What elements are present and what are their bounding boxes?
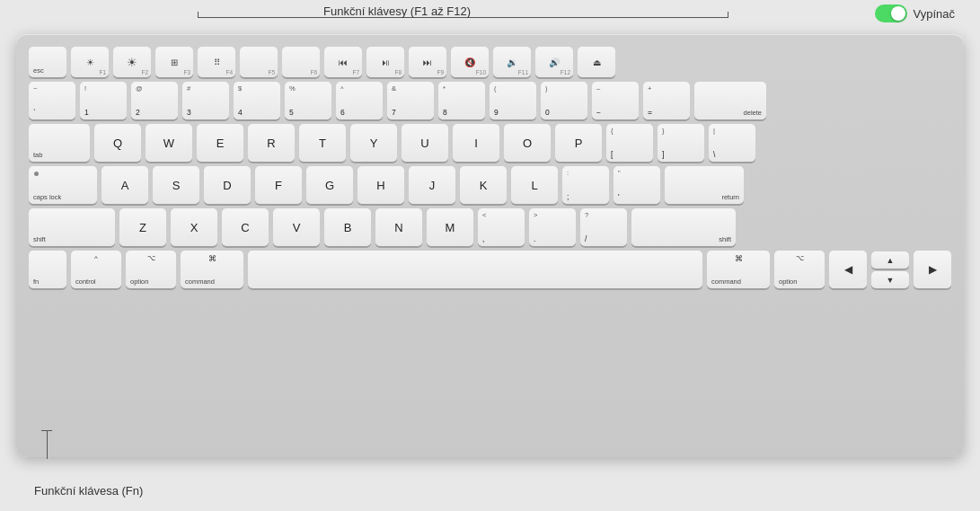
key-g[interactable]: G xyxy=(306,166,353,204)
key-option-left[interactable]: ⌥ option xyxy=(126,251,176,288)
key-u[interactable]: U xyxy=(402,124,448,162)
key-f4[interactable]: ⠿ F4 xyxy=(198,47,235,77)
keyboard: esc ☀ F1 ☀ F2 ⊞ F3 ⠿ F4 F5 F6 ⏮ F7 ⏯ xyxy=(16,34,964,457)
key-esc[interactable]: esc xyxy=(29,47,66,77)
key-p[interactable]: P xyxy=(555,124,602,162)
key-command-right[interactable]: ⌘ command xyxy=(707,251,770,288)
key-minus[interactable]: – − xyxy=(592,82,639,119)
key-period[interactable]: > . xyxy=(529,208,576,246)
key-7[interactable]: & 7 xyxy=(387,82,434,119)
key-space[interactable] xyxy=(248,251,702,288)
key-f10[interactable]: 🔇 F10 xyxy=(451,47,489,77)
key-h[interactable]: H xyxy=(358,166,404,204)
key-semicolon[interactable]: : ; xyxy=(562,166,609,204)
key-delete[interactable]: delete xyxy=(694,82,766,119)
key-backslash[interactable]: | \ xyxy=(709,124,755,162)
key-v[interactable]: V xyxy=(273,208,320,246)
key-arrow-right[interactable]: ▶ xyxy=(914,251,951,288)
key-5[interactable]: % 5 xyxy=(285,82,331,119)
key-option-right[interactable]: ⌥ option xyxy=(774,251,825,288)
key-eject[interactable]: ⏏ xyxy=(578,47,615,77)
key-d[interactable]: D xyxy=(204,166,251,204)
arrow-up-down-group: ▲ ▼ xyxy=(871,251,909,288)
key-2[interactable]: @ 2 xyxy=(131,82,178,119)
key-z[interactable]: Z xyxy=(119,208,166,246)
key-3[interactable]: # 3 xyxy=(182,82,229,119)
key-o[interactable]: O xyxy=(504,124,551,162)
key-x[interactable]: X xyxy=(171,208,217,246)
key-shift-left[interactable]: shift xyxy=(29,208,115,246)
key-fn[interactable]: fn xyxy=(29,251,66,288)
key-1[interactable]: ! 1 xyxy=(80,82,127,119)
key-m[interactable]: M xyxy=(427,208,473,246)
key-arrow-down[interactable]: ▼ xyxy=(871,271,909,288)
key-equals[interactable]: + = xyxy=(643,82,690,119)
power-toggle[interactable] xyxy=(875,4,907,22)
key-control[interactable]: ^ control xyxy=(71,251,121,288)
key-e[interactable]: E xyxy=(197,124,243,162)
key-4[interactable]: $ 4 xyxy=(234,82,280,119)
key-f12[interactable]: 🔊 F12 xyxy=(535,47,573,77)
key-q[interactable]: Q xyxy=(94,124,141,162)
fn-key-annotation: Funkční klávesa (Fn) xyxy=(34,482,143,498)
key-i[interactable]: I xyxy=(453,124,499,162)
key-k[interactable]: K xyxy=(460,166,507,204)
key-arrow-up[interactable]: ▲ xyxy=(871,251,909,269)
key-j[interactable]: J xyxy=(409,166,455,204)
key-tab[interactable]: tab xyxy=(29,124,90,162)
key-f6[interactable]: F6 xyxy=(282,47,320,77)
key-return[interactable]: return xyxy=(665,166,744,204)
key-f2[interactable]: ☀ F2 xyxy=(113,47,151,77)
key-f3[interactable]: ⊞ F3 xyxy=(155,47,193,77)
key-slash[interactable]: ? / xyxy=(580,208,627,246)
key-f1[interactable]: ☀ F1 xyxy=(71,47,109,77)
key-shift-right[interactable]: shift xyxy=(631,208,736,246)
key-w[interactable]: W xyxy=(146,124,192,162)
modifier-row: fn ^ control ⌥ option ⌘ command ⌘ comman… xyxy=(29,251,951,288)
key-tilde[interactable]: ~ ` xyxy=(29,82,75,119)
power-label: Vypínač xyxy=(914,7,956,21)
key-n[interactable]: N xyxy=(375,208,422,246)
key-f11[interactable]: 🔉 F11 xyxy=(493,47,531,77)
key-command-left[interactable]: ⌘ command xyxy=(181,251,243,288)
key-r[interactable]: R xyxy=(248,124,295,162)
key-rbracket[interactable]: } ] xyxy=(658,124,704,162)
key-a[interactable]: A xyxy=(102,166,148,204)
key-y[interactable]: Y xyxy=(350,124,397,162)
key-f7[interactable]: ⏮ F7 xyxy=(324,47,362,77)
zxcv-row: shift Z X C V B N M < , > . ? / shift xyxy=(29,208,951,246)
fn-key-row: esc ☀ F1 ☀ F2 ⊞ F3 ⠿ F4 F5 F6 ⏮ F7 ⏯ xyxy=(29,47,951,77)
key-f5[interactable]: F5 xyxy=(240,47,278,77)
key-0[interactable]: ) 0 xyxy=(541,82,587,119)
key-l[interactable]: L xyxy=(511,166,558,204)
number-row: ~ ` ! 1 @ 2 # 3 $ 4 % 5 ^ 6 & 7 xyxy=(29,82,951,119)
key-f[interactable]: F xyxy=(255,166,302,204)
key-t[interactable]: T xyxy=(299,124,346,162)
key-8[interactable]: * 8 xyxy=(438,82,485,119)
key-s[interactable]: S xyxy=(153,166,199,204)
qwerty-row: tab Q W E R T Y U I O P { [ } ] | \ xyxy=(29,124,951,162)
key-f9[interactable]: ⏭ F9 xyxy=(409,47,446,77)
power-annotation: Vypínač xyxy=(875,4,956,22)
key-arrow-left[interactable]: ◀ xyxy=(829,251,867,288)
asdf-row: caps lock A S D F G H J K L : ; " ' retu… xyxy=(29,166,951,204)
fn-keys-annotation: Funkční klávesy (F1 až F12) xyxy=(323,4,471,18)
key-lbracket[interactable]: { [ xyxy=(606,124,653,162)
key-9[interactable]: ( 9 xyxy=(490,82,536,119)
key-capslock[interactable]: caps lock xyxy=(29,166,97,204)
key-comma[interactable]: < , xyxy=(478,208,525,246)
key-quote[interactable]: " ' xyxy=(614,166,660,204)
key-6[interactable]: ^ 6 xyxy=(336,82,383,119)
key-f8[interactable]: ⏯ F8 xyxy=(366,47,404,77)
key-b[interactable]: B xyxy=(324,208,371,246)
key-c[interactable]: C xyxy=(222,208,269,246)
